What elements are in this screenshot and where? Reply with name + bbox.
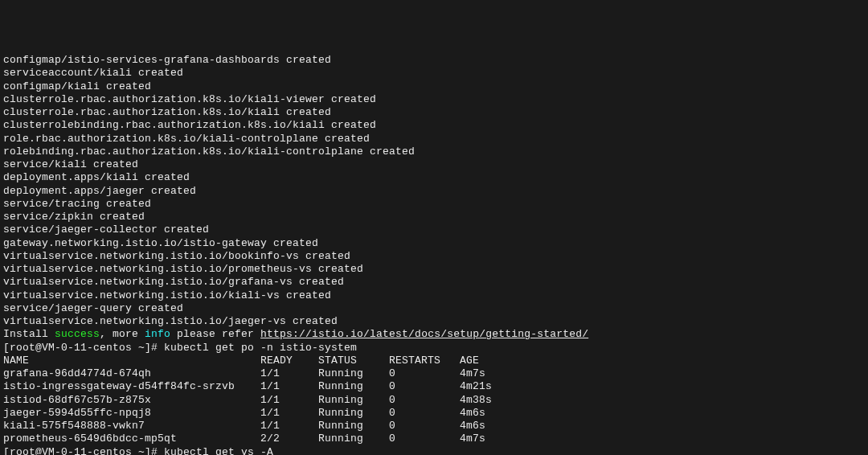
- resource-created-line: service/tracing created: [3, 198, 865, 211]
- resource-created-line: service/jaeger-collector created: [3, 223, 865, 236]
- resource-created-line: clusterrole.rbac.authorization.k8s.io/ki…: [3, 93, 865, 106]
- install-success-line: Install success, more info please refer …: [3, 328, 865, 341]
- resource-created-line: virtualservice.networking.istio.io/grafa…: [3, 276, 865, 289]
- pod-row: prometheus-6549d6bdcc-mp5qt 2/2 Running …: [3, 432, 865, 445]
- install-success-word: success: [55, 328, 100, 340]
- resource-created-line: service/jaeger-query created: [3, 302, 865, 315]
- resource-created-line: virtualservice.networking.istio.io/prome…: [3, 263, 865, 276]
- command-text: kubectl get vs -A: [164, 446, 273, 456]
- resource-created-line: rolebinding.rbac.authorization.k8s.io/ki…: [3, 146, 865, 158]
- resource-created-line: service/zipkin created: [3, 211, 865, 223]
- resource-created-line: configmap/kiali created: [3, 80, 865, 93]
- resource-created-line: deployment.apps/kiali created: [3, 171, 865, 184]
- resource-created-line: gateway.networking.istio.io/istio-gatewa…: [3, 237, 865, 250]
- pod-row: istiod-68df67c57b-z875x 1/1 Running 0 4m…: [3, 394, 865, 407]
- pod-row: jaeger-5994d55ffc-npqj8 1/1 Running 0 4m…: [3, 407, 865, 420]
- shell-prompt: [root@VM-0-11-centos ~]#: [3, 342, 164, 354]
- pods-header: NAME READY STATUS RESTARTS AGE: [3, 355, 865, 367]
- pod-row: kiali-575f548888-vwkn7 1/1 Running 0 4m6…: [3, 420, 865, 432]
- resource-created-line: clusterrolebinding.rbac.authorization.k8…: [3, 119, 865, 132]
- resource-created-line: configmap/istio-services-grafana-dashboa…: [3, 54, 865, 67]
- install-info-word: info: [145, 328, 170, 340]
- install-url[interactable]: https://istio.io/latest/docs/setup/getti…: [260, 328, 588, 340]
- command-text: kubectl get po -n istio-system: [164, 342, 357, 354]
- resource-created-line: role.rbac.authorization.k8s.io/kiali-con…: [3, 133, 865, 146]
- terminal-output[interactable]: configmap/istio-services-grafana-dashboa…: [3, 54, 865, 455]
- resource-created-line: virtualservice.networking.istio.io/booki…: [3, 250, 865, 263]
- resource-created-line: serviceaccount/kiali created: [3, 67, 865, 80]
- resource-created-line: virtualservice.networking.istio.io/jaege…: [3, 315, 865, 328]
- resource-created-line: service/kiali created: [3, 158, 865, 171]
- prompt-line-1: [root@VM-0-11-centos ~]# kubectl get po …: [3, 342, 865, 355]
- pod-row: istio-ingressgateway-d54ff84fc-srzvb 1/1…: [3, 380, 865, 393]
- resource-created-line: deployment.apps/jaeger created: [3, 185, 865, 198]
- pod-row: grafana-96dd4774d-674qh 1/1 Running 0 4m…: [3, 367, 865, 380]
- resource-created-line: virtualservice.networking.istio.io/kiali…: [3, 289, 865, 302]
- resource-created-line: clusterrole.rbac.authorization.k8s.io/ki…: [3, 106, 865, 119]
- prompt-line-2: [root@VM-0-11-centos ~]# kubectl get vs …: [3, 446, 865, 456]
- shell-prompt: [root@VM-0-11-centos ~]#: [3, 446, 164, 456]
